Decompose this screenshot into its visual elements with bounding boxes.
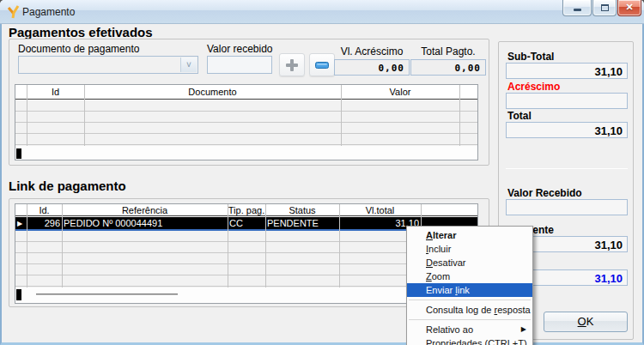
payments-table[interactable]: Id Documento Valor bbox=[15, 84, 478, 160]
label-total-pagto: Total Pagto. bbox=[410, 45, 486, 58]
table-cursor-marker bbox=[16, 289, 21, 300]
pendente-value: 31,10 bbox=[594, 238, 623, 251]
total-pagto-field: 0,00 bbox=[410, 59, 486, 76]
payment-dialog: Pagamento ✕ Pagamentos efetivados Docume… bbox=[0, 0, 644, 345]
menu-separator bbox=[409, 300, 531, 300]
header-valor: Valor bbox=[341, 87, 459, 97]
valor-recebido-field[interactable] bbox=[506, 199, 628, 215]
close-button[interactable]: ✕ bbox=[617, 0, 641, 16]
acrescimo-field[interactable] bbox=[506, 93, 628, 109]
document-combobox[interactable]: ˅ bbox=[18, 56, 198, 74]
menu-item-incluir[interactable]: Incluir bbox=[407, 242, 532, 256]
header-vl-total: Vl.total bbox=[339, 205, 421, 215]
vl-acrescimo-value: 0,00 bbox=[379, 62, 405, 73]
cell-tip-pag: CC bbox=[229, 218, 265, 228]
label-total: Total bbox=[507, 110, 532, 122]
label-sub-total: Sub-Total bbox=[507, 51, 554, 63]
remove-payment-button[interactable] bbox=[309, 53, 335, 76]
cell-status: PENDENTE bbox=[267, 218, 337, 228]
label-acrescimo: Acréscimo bbox=[507, 81, 560, 93]
header-referencia: Referência bbox=[62, 205, 228, 215]
section-title-pagamentos-efetivados: Pagamentos efetivados bbox=[9, 25, 153, 39]
header-id: Id bbox=[27, 87, 84, 97]
close-icon: ✕ bbox=[618, 2, 641, 13]
cell-referencia: PEDIDO Nº 000044491 bbox=[64, 218, 227, 228]
header-id: Id. bbox=[27, 205, 62, 215]
troco-value: 31,10 bbox=[594, 271, 623, 284]
total-field: 31,10 bbox=[506, 122, 628, 138]
label-valor-recebido-summary: Valor Recebido bbox=[507, 187, 582, 199]
section-title-link-de-pagamento: Link de pagamento bbox=[9, 179, 126, 193]
menu-separator bbox=[409, 319, 531, 320]
sub-total-field: 31,10 bbox=[506, 63, 628, 79]
summary-separator bbox=[506, 168, 628, 169]
groupbox-pagamentos: Documento de pagamento ˅ Valor recebido … bbox=[9, 39, 489, 166]
plus-icon bbox=[286, 59, 298, 71]
app-icon bbox=[7, 5, 21, 19]
table-cursor-marker bbox=[16, 148, 21, 159]
menu-item-consulta-log-de-resposta[interactable]: Consulta log de resposta bbox=[407, 303, 532, 317]
add-payment-button[interactable] bbox=[279, 53, 305, 76]
menu-item-desativar[interactable]: Desativar bbox=[407, 256, 532, 269]
menu-item-enviar-link[interactable]: Enviar link bbox=[407, 283, 532, 297]
window-title: Pagamento bbox=[22, 6, 75, 18]
horizontal-scrollbar-thumb[interactable] bbox=[36, 294, 178, 296]
label-vl-acrescimo: Vl. Acréscimo bbox=[334, 45, 410, 58]
submenu-arrow-icon: ▶ bbox=[521, 323, 526, 336]
vl-acrescimo-field: 0,00 bbox=[334, 59, 410, 76]
label-valor-recebido: Valor recebido bbox=[207, 43, 273, 55]
minus-icon bbox=[315, 62, 329, 69]
header-status: Status bbox=[265, 205, 339, 215]
valor-recebido-input[interactable] bbox=[207, 56, 272, 74]
cell-id: 296 bbox=[27, 218, 60, 228]
header-tip-pag: Tip. pag. bbox=[228, 205, 265, 215]
menu-item-relativo-ao[interactable]: Relativo ao▶ bbox=[407, 323, 532, 336]
sub-total-value: 31,10 bbox=[594, 64, 623, 77]
ok-button[interactable]: OK bbox=[544, 312, 628, 332]
total-value: 31,10 bbox=[594, 124, 623, 136]
maximize-icon bbox=[601, 4, 609, 11]
chevron-down-icon[interactable]: ˅ bbox=[180, 58, 197, 72]
maximize-button[interactable] bbox=[592, 0, 617, 16]
label-documento-de-pagamento: Documento de pagamento bbox=[18, 43, 139, 55]
header-documento: Documento bbox=[84, 87, 341, 97]
menu-item-propriedades[interactable]: Propriedades (CTRL+T) bbox=[407, 336, 532, 345]
minimize-button[interactable] bbox=[562, 0, 592, 16]
context-menu: AlterarIncluirDesativarZoomEnviar linkCo… bbox=[406, 226, 533, 345]
link-table-header: Id. Referência Tip. pag. Status Vl.total bbox=[15, 204, 477, 216]
menu-item-alterar[interactable]: Alterar bbox=[407, 228, 532, 242]
total-pagto-value: 0,00 bbox=[455, 62, 482, 73]
row-selector-arrow-icon: ▶ bbox=[17, 220, 22, 227]
menu-item-zoom[interactable]: Zoom bbox=[407, 269, 532, 283]
titlebar[interactable]: Pagamento ✕ bbox=[0, 0, 644, 24]
minimize-icon bbox=[574, 9, 581, 11]
